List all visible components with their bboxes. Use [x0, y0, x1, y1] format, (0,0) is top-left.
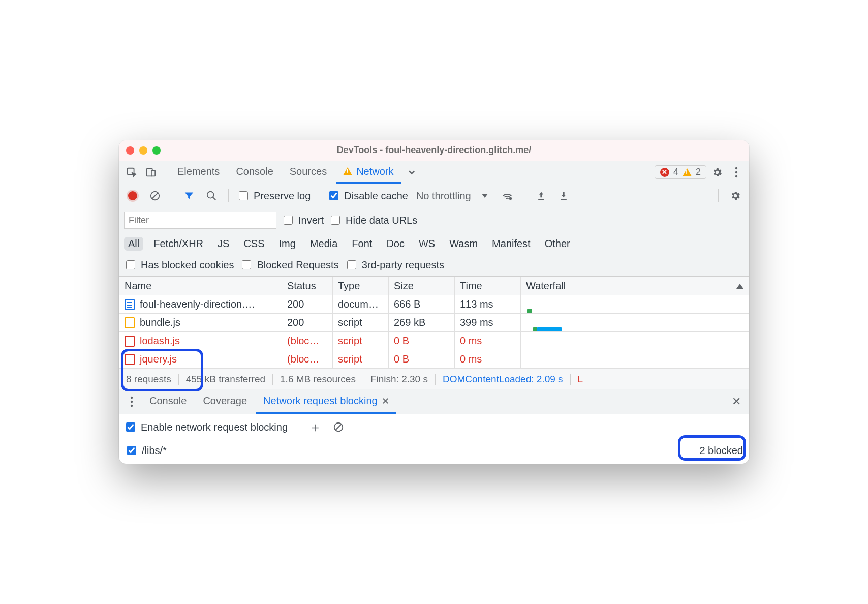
zoom-window-button[interactable]	[152, 146, 161, 155]
record-button[interactable]	[124, 187, 141, 204]
export-har-icon[interactable]	[555, 187, 572, 204]
filter-type-other[interactable]: Other	[541, 237, 574, 251]
third-party-checkbox[interactable]: 3rd-party requests	[345, 259, 444, 271]
status-load: L	[571, 374, 591, 385]
enable-blocking-checkbox[interactable]: Enable network request blocking	[124, 421, 288, 433]
col-status[interactable]: Status	[282, 277, 333, 295]
titlebar: DevTools - foul-heavenly-direction.glitc…	[119, 140, 749, 161]
close-tab-icon[interactable]: ✕	[382, 396, 389, 407]
throttling-caret[interactable]	[476, 187, 493, 204]
request-size: 269 kB	[389, 314, 455, 332]
network-conditions-icon[interactable]	[499, 187, 516, 204]
status-finish: Finish: 2.30 s	[363, 374, 436, 385]
filter-type-fetch[interactable]: Fetch/XHR	[149, 237, 207, 251]
blocked-requests-checkbox[interactable]: Blocked Requests	[240, 259, 338, 271]
filter-input[interactable]	[124, 212, 276, 229]
request-type: script	[333, 332, 389, 350]
svg-line-7	[152, 193, 158, 199]
drawer-tab-coverage[interactable]: Coverage	[196, 389, 254, 414]
close-window-button[interactable]	[126, 146, 134, 155]
filter-type-font[interactable]: Font	[348, 237, 376, 251]
clear-icon[interactable]	[146, 187, 164, 204]
issues-counter[interactable]: ✕ 4 2	[655, 165, 706, 179]
search-icon[interactable]	[203, 187, 220, 204]
filter-type-ws[interactable]: WS	[415, 237, 439, 251]
close-drawer-icon[interactable]: ✕	[728, 393, 745, 410]
tab-sources[interactable]: Sources	[283, 161, 334, 184]
col-time[interactable]: Time	[455, 277, 521, 295]
request-type: script	[333, 350, 389, 369]
request-status: 200	[282, 314, 333, 332]
throttling-select[interactable]: No throttling	[416, 190, 471, 202]
svg-point-10	[509, 197, 512, 200]
filter-icon[interactable]	[180, 187, 198, 204]
table-row[interactable]: jquery.js (bloc… script 0 B 0 ms	[119, 350, 749, 369]
request-type: docum…	[333, 295, 389, 314]
filter-type-wasm[interactable]: Wasm	[445, 237, 482, 251]
pattern-text: /libs/*	[142, 445, 167, 457]
table-row[interactable]: foul-heavenly-direction.… 200 docum… 666…	[119, 295, 749, 314]
inspect-element-icon[interactable]	[123, 164, 140, 181]
pattern-checkbox[interactable]: /libs/*	[125, 444, 167, 457]
file-icon	[125, 336, 135, 347]
svg-rect-2	[151, 170, 155, 176]
col-waterfall[interactable]: Waterfall	[521, 277, 749, 295]
has-blocked-cookies-checkbox[interactable]: Has blocked cookies	[124, 259, 234, 271]
add-pattern-icon[interactable]: ＋	[306, 418, 324, 436]
filter-type-doc[interactable]: Doc	[382, 237, 409, 251]
status-bar: 8 requests 455 kB transferred 1.6 MB res…	[119, 369, 749, 389]
svg-line-15	[336, 425, 342, 430]
pattern-row[interactable]: /libs/* 2 blocked	[119, 440, 749, 464]
device-toolbar-icon[interactable]	[142, 164, 160, 181]
filter-type-manifest[interactable]: Manifest	[488, 237, 535, 251]
request-waterfall	[521, 295, 749, 314]
warning-icon	[343, 167, 352, 175]
error-icon: ✕	[660, 168, 669, 177]
request-size: 0 B	[389, 332, 455, 350]
kebab-menu-icon[interactable]	[728, 164, 745, 181]
more-tabs-button[interactable]	[403, 164, 420, 181]
import-har-icon[interactable]	[533, 187, 550, 204]
svg-point-5	[735, 175, 737, 177]
col-size[interactable]: Size	[389, 277, 455, 295]
filter-type-js[interactable]: JS	[213, 237, 233, 251]
tab-console[interactable]: Console	[229, 161, 280, 184]
clear-patterns-icon[interactable]	[330, 418, 347, 436]
hide-data-urls-checkbox[interactable]: Hide data URLs	[329, 214, 417, 226]
tab-network[interactable]: Network	[336, 161, 400, 184]
window-controls	[126, 146, 161, 155]
minimize-window-button[interactable]	[139, 146, 147, 155]
col-type[interactable]: Type	[333, 277, 389, 295]
preserve-log-checkbox[interactable]: Preserve log	[237, 190, 311, 202]
table-row[interactable]: lodash.js (bloc… script 0 B 0 ms	[119, 332, 749, 350]
filter-type-all[interactable]: All	[124, 237, 143, 251]
filter-type-media[interactable]: Media	[306, 237, 342, 251]
settings-icon[interactable]	[708, 164, 726, 181]
drawer-tab-blocking[interactable]: Network request blocking ✕	[256, 389, 396, 414]
request-status: (bloc…	[282, 350, 333, 369]
disable-cache-checkbox[interactable]: Disable cache	[327, 190, 408, 202]
request-waterfall	[521, 314, 749, 332]
sort-asc-icon	[736, 284, 743, 289]
status-transferred: 455 kB transferred	[179, 374, 273, 385]
col-name[interactable]: Name	[119, 277, 282, 295]
svg-line-9	[213, 197, 216, 200]
status-dcl: DOMContentLoaded: 2.09 s	[436, 374, 571, 385]
table-header-row: Name Status Type Size Time Waterfall	[119, 277, 749, 295]
tab-elements[interactable]: Elements	[170, 161, 227, 184]
request-waterfall	[521, 332, 749, 350]
filter-bar: Invert Hide data URLs All Fetch/XHR JS C…	[119, 207, 749, 277]
request-waterfall	[521, 350, 749, 369]
warning-icon	[683, 168, 692, 176]
separator	[165, 166, 165, 179]
invert-checkbox[interactable]: Invert	[282, 214, 324, 226]
svg-point-13	[131, 405, 133, 407]
svg-point-11	[131, 397, 133, 399]
main-tabs: Elements Console Sources Network ✕ 4 2	[119, 161, 749, 184]
filter-type-img[interactable]: Img	[275, 237, 300, 251]
filter-type-css[interactable]: CSS	[239, 237, 268, 251]
drawer-tab-console[interactable]: Console	[142, 389, 194, 414]
table-row[interactable]: bundle.js 200 script 269 kB 399 ms	[119, 314, 749, 332]
network-settings-icon[interactable]	[727, 187, 744, 204]
drawer-kebab-icon[interactable]	[123, 393, 140, 410]
